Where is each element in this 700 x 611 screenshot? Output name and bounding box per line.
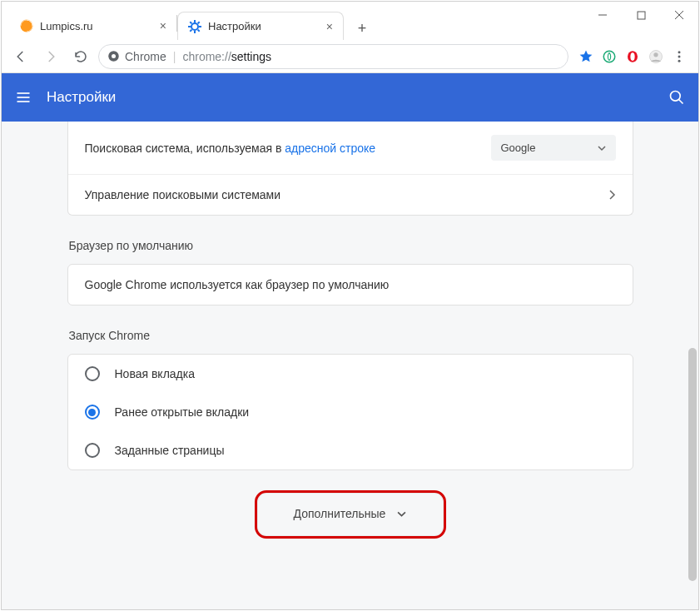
svg-rect-11: [638, 12, 645, 19]
window-controls: [583, 2, 698, 28]
tab-settings[interactable]: Настройки ×: [177, 12, 344, 40]
settings-page: Настройки Поисковая система, используема…: [2, 73, 698, 609]
startup-option-specific[interactable]: Заданные страницы: [68, 431, 633, 469]
dropdown-caret-icon: [598, 144, 606, 152]
forward-button[interactable]: [38, 44, 63, 69]
svg-line-6: [190, 22, 191, 23]
startup-option-label: Новая вкладка: [115, 367, 196, 380]
address-bar[interactable]: Chrome | chrome://settings: [98, 44, 568, 69]
startup-option-label: Заданные страницы: [115, 444, 225, 457]
tab-label: Lumpics.ru: [40, 20, 93, 32]
svg-point-23: [678, 59, 681, 62]
svg-point-0: [21, 20, 33, 32]
startup-option-continue[interactable]: Ранее открытые вкладки: [68, 393, 633, 431]
radio-icon[interactable]: [85, 405, 100, 420]
tab-close-icon[interactable]: ×: [326, 20, 333, 33]
hamburger-menu-icon[interactable]: [15, 89, 32, 106]
profile-avatar-icon[interactable]: [648, 49, 663, 64]
tab-close-icon[interactable]: ×: [160, 19, 166, 32]
scrollbar-thumb[interactable]: [688, 348, 697, 581]
svg-point-18: [630, 52, 634, 61]
default-browser-section-title: Браузер по умолчанию: [69, 239, 633, 252]
settings-appbar: Настройки: [2, 73, 698, 122]
bookmark-star-icon[interactable]: [578, 49, 593, 64]
tab-label: Настройки: [208, 20, 261, 32]
search-engine-card: Поисковая система, используемая в адресн…: [67, 122, 633, 216]
omnibox-divider: |: [173, 50, 176, 63]
reload-button[interactable]: [68, 44, 93, 69]
svg-line-8: [190, 29, 191, 31]
search-engine-label: Поисковая система, используемая в адресн…: [85, 142, 376, 155]
new-tab-button[interactable]: +: [350, 17, 374, 40]
svg-point-15: [112, 54, 116, 58]
manage-search-engines-label: Управление поисковыми системами: [85, 188, 281, 201]
tab-lumpics[interactable]: Lumpics.ru ×: [10, 12, 176, 40]
radio-icon[interactable]: [85, 443, 100, 458]
search-engine-select[interactable]: Google: [491, 135, 616, 161]
chrome-scheme-icon: Chrome: [107, 50, 166, 63]
browser-toolbar: Chrome | chrome://settings: [2, 40, 698, 73]
advanced-toggle-button[interactable]: Дополнительные: [272, 495, 429, 532]
startup-option-label: Ранее открытые вкладки: [115, 405, 250, 419]
address-bar-link[interactable]: адресной строке: [285, 142, 375, 155]
manage-search-engines-row[interactable]: Управление поисковыми системами: [68, 174, 633, 215]
search-icon[interactable]: [668, 89, 685, 106]
svg-line-9: [198, 22, 200, 23]
advanced-section: Дополнительные: [67, 495, 633, 532]
svg-point-22: [678, 55, 681, 57]
settings-scroll-area: Поисковая система, используемая в адресн…: [2, 122, 698, 609]
lumpics-favicon: [20, 19, 33, 32]
chrome-scheme-label: Chrome: [125, 50, 166, 63]
extension-opera-icon[interactable]: [625, 49, 640, 64]
extension-green-icon[interactable]: [602, 49, 617, 64]
url-text: chrome://settings: [182, 50, 271, 63]
search-engine-row: Поисковая система, используемая в адресн…: [68, 122, 633, 174]
default-browser-card: Google Chrome используется как браузер п…: [67, 264, 633, 306]
default-browser-status-row: Google Chrome используется как браузер п…: [68, 265, 633, 305]
browser-menu-icon[interactable]: [672, 49, 687, 64]
extension-icons: [573, 49, 692, 64]
window-titlebar: Lumpics.ru × Настройки × +: [2, 2, 698, 40]
startup-card: Новая вкладка Ранее открытые вкладки Зад…: [67, 354, 633, 470]
close-window-button[interactable]: [660, 2, 698, 28]
back-button[interactable]: [8, 44, 33, 69]
maximize-button[interactable]: [622, 2, 660, 28]
caret-down-icon: [397, 509, 406, 519]
svg-point-21: [678, 51, 681, 53]
page-title: Настройки: [47, 89, 116, 106]
radio-icon[interactable]: [85, 366, 100, 381]
svg-point-1: [191, 23, 198, 30]
chevron-right-icon: [609, 190, 616, 200]
minimize-button[interactable]: [583, 2, 622, 28]
svg-point-20: [653, 52, 658, 57]
advanced-label: Дополнительные: [294, 507, 386, 520]
svg-line-7: [198, 29, 200, 31]
startup-section-title: Запуск Chrome: [69, 329, 633, 342]
default-browser-status: Google Chrome используется как браузер п…: [85, 278, 390, 291]
svg-point-27: [671, 92, 681, 102]
svg-line-28: [679, 100, 683, 104]
search-engine-selected: Google: [501, 142, 536, 154]
startup-option-new-tab[interactable]: Новая вкладка: [68, 355, 633, 393]
settings-favicon: [188, 20, 201, 33]
